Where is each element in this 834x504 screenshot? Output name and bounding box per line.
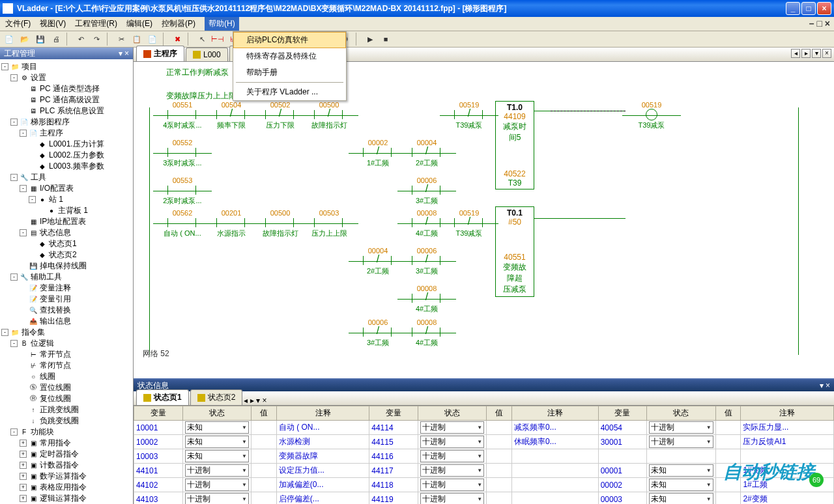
status-column-header[interactable]: 状态	[418, 406, 486, 421]
status-column-header[interactable]: 注释	[512, 406, 599, 421]
status-combo[interactable]: 十进制▼	[649, 421, 713, 434]
status-column-header[interactable]: 状态	[182, 406, 251, 421]
menu-help[interactable]: 帮助(H)	[205, 17, 239, 31]
status-cell[interactable]: 未知▼	[182, 435, 251, 449]
status-cell[interactable]: 30001	[598, 435, 647, 449]
ladder-element[interactable]: 00008/4#工频	[404, 285, 450, 314]
status-cell[interactable]: 未知▼	[182, 449, 251, 464]
status-column-header[interactable]: 变量	[369, 406, 418, 421]
menu-project[interactable]: 工程管理(R)	[75, 18, 117, 29]
tree-node[interactable]: ↑正跳变线圈	[1, 404, 132, 415]
tree-node[interactable]: ⊬常闭节点	[1, 360, 132, 371]
tree-expand-icon[interactable]: +	[20, 462, 27, 469]
status-cell[interactable]: 44102	[134, 478, 183, 492]
status-cell[interactable]: 十进制▼	[182, 478, 251, 492]
maximize-button[interactable]: □	[801, 2, 816, 15]
menu-special-registers[interactable]: 特殊寄存器及特殊位	[233, 48, 346, 64]
ladder-element[interactable]: 00004/2#工频	[355, 247, 401, 276]
status-column-header[interactable]: 注释	[741, 406, 834, 421]
tree-node[interactable]: ◆L0002.压力参数	[1, 150, 132, 160]
tree-expand-icon[interactable]: -	[10, 428, 18, 436]
ladder-element[interactable]: 00519T39减泵	[629, 101, 674, 130]
status-cell[interactable]	[251, 435, 276, 449]
tree-node[interactable]: -B位逻辑	[1, 338, 132, 348]
status-cell[interactable]	[487, 478, 512, 492]
project-tree[interactable]: -📁项目-⚙设置🖥PC 通信类型选择🖥PC 通信高级设置🖥PLC 系统信息设置-…	[0, 59, 133, 504]
tb-copy-icon[interactable]: 📋	[130, 33, 143, 46]
status-combo[interactable]: 未知▼	[185, 421, 249, 434]
status-cell[interactable]: 自动 ( ON...	[276, 421, 369, 435]
tb-pointer-icon[interactable]: ↖	[195, 33, 208, 46]
timer-box-t1[interactable]: T1.0 44109 减泵时间5 40522 T39	[495, 101, 534, 189]
ladder-diagram[interactable]: 正常工作判断减泵 变频故障压力上上限减泵 T1.0 44109 减泵时间5 40…	[134, 62, 834, 378]
ladder-element[interactable]: 00201水源指示	[208, 209, 254, 238]
tree-node[interactable]: +▣表格应用指令	[1, 482, 132, 492]
tree-node[interactable]: -▤状态信息	[1, 227, 132, 238]
tab-close-icon[interactable]: ×	[262, 396, 266, 405]
status-cell[interactable]: 10002	[134, 435, 183, 449]
status-cell[interactable]: 44116	[369, 449, 418, 464]
status-cell[interactable]: 启停偏差(...	[276, 492, 369, 505]
status-combo[interactable]: 十进制▼	[185, 464, 249, 477]
status-column-header[interactable]: 变量	[598, 406, 647, 421]
tree-node[interactable]: +▣计数器指令	[1, 460, 132, 470]
status-tab-2[interactable]: 状态页2	[190, 389, 243, 405]
tb-stop-icon[interactable]: ■	[379, 33, 392, 46]
status-cell[interactable]: 40054	[598, 421, 647, 435]
tree-expand-icon[interactable]: -	[10, 74, 18, 81]
close-button[interactable]: ×	[817, 2, 831, 15]
tree-node[interactable]: 📤输出信息	[1, 316, 132, 326]
tree-node[interactable]: 📝变量注释	[1, 283, 132, 293]
status-cell[interactable]: 2#变频	[741, 492, 834, 505]
menu-edit[interactable]: 编辑(E)	[126, 18, 152, 29]
status-cell[interactable]	[715, 435, 741, 449]
tree-expand-icon[interactable]: +	[20, 484, 27, 491]
status-cell[interactable]	[598, 449, 647, 464]
ladder-element[interactable]: 00002/1#工频	[355, 139, 401, 168]
tree-node[interactable]: ◆L0003.频率参数	[1, 161, 132, 171]
status-cell[interactable]: 未知▼	[182, 421, 251, 435]
tree-node[interactable]: 🖥PC 通信高级设置	[1, 94, 132, 105]
timer-box-t01[interactable]: T0.1 #50 40551 变频故障超 压减泵	[495, 206, 534, 297]
tree-node[interactable]: -📄主程序	[1, 128, 132, 138]
status-combo[interactable]: 十进制▼	[649, 436, 713, 448]
tree-node[interactable]: -📁项目	[1, 61, 132, 72]
tree-node[interactable]: ◆L0001.压力计算	[1, 139, 132, 149]
tb-undo-icon[interactable]: ↶	[74, 33, 87, 46]
status-combo[interactable]: 十进制▼	[420, 479, 484, 491]
tree-node[interactable]: -⚙设置	[1, 72, 132, 83]
tree-expand-icon[interactable]: -	[20, 130, 27, 137]
tree-node[interactable]: ◆状态页1	[1, 238, 132, 249]
tab-close-icon[interactable]: ×	[822, 49, 831, 58]
ladder-element[interactable]: 00502/压力下限	[257, 101, 303, 130]
status-cell[interactable]: 未知▼	[647, 492, 715, 505]
status-combo[interactable]: 十进制▼	[420, 464, 484, 477]
status-cell[interactable]: 10001	[134, 421, 183, 435]
status-row[interactable]: 10001未知▼自动 ( ON...44114十进制▼减泵频率0...40054…	[134, 421, 834, 435]
status-column-header[interactable]: 注释	[276, 406, 369, 421]
menu-start-plc-sim[interactable]: 启动PLC仿真软件	[233, 32, 346, 48]
status-cell[interactable]: 00003	[598, 492, 647, 505]
status-cell[interactable]	[251, 464, 276, 478]
tree-node[interactable]: 📝变量引用	[1, 294, 132, 304]
ladder-element[interactable]: 005532泵时减泵...	[160, 176, 205, 206]
status-grid[interactable]: 变量状态值注释变量状态值注释变量状态值注释 10001未知▼自动 ( ON...…	[134, 406, 834, 504]
status-tab-1[interactable]: 状态页1	[136, 389, 189, 405]
tree-node[interactable]: Ⓢ置位线圈	[1, 382, 132, 393]
tab-prev-icon[interactable]: ◂	[244, 396, 248, 405]
status-combo[interactable]: 未知▼	[649, 493, 713, 504]
status-cell[interactable]: 44101	[134, 464, 183, 478]
tb-new-icon[interactable]: 📄	[3, 33, 16, 46]
tree-node[interactable]: ▦IP地址配置表	[1, 216, 132, 227]
status-cell[interactable]: 水源检测	[276, 435, 369, 449]
status-cell[interactable]	[251, 478, 276, 492]
tree-node[interactable]: ⊢常开节点	[1, 349, 132, 359]
menu-controller[interactable]: 控制器(P)	[162, 18, 195, 29]
status-cell[interactable]	[487, 435, 512, 449]
status-column-header[interactable]: 值	[251, 406, 276, 421]
status-cell[interactable]	[715, 492, 741, 505]
ladder-element[interactable]: 005523泵时减泵...	[160, 139, 205, 168]
tree-node[interactable]: 🔍查找替换	[1, 305, 132, 315]
tab-next-icon[interactable]: ▸	[801, 49, 811, 58]
tree-expand-icon[interactable]: +	[20, 473, 27, 480]
